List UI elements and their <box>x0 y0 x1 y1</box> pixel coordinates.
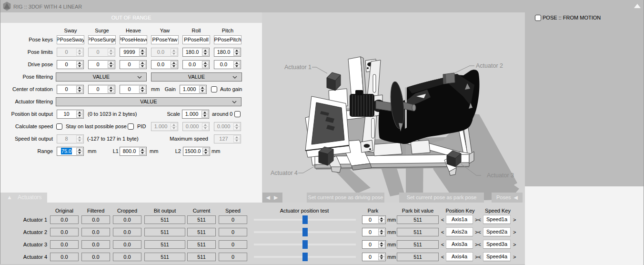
svg-text:Actuator 4: Actuator 4 <box>271 170 298 176</box>
svg-text:Actuator 2: Actuator 2 <box>476 62 503 69</box>
svg-text:Actuator 3: Actuator 3 <box>487 172 514 179</box>
svg-text:Actuator 1: Actuator 1 <box>284 64 312 71</box>
